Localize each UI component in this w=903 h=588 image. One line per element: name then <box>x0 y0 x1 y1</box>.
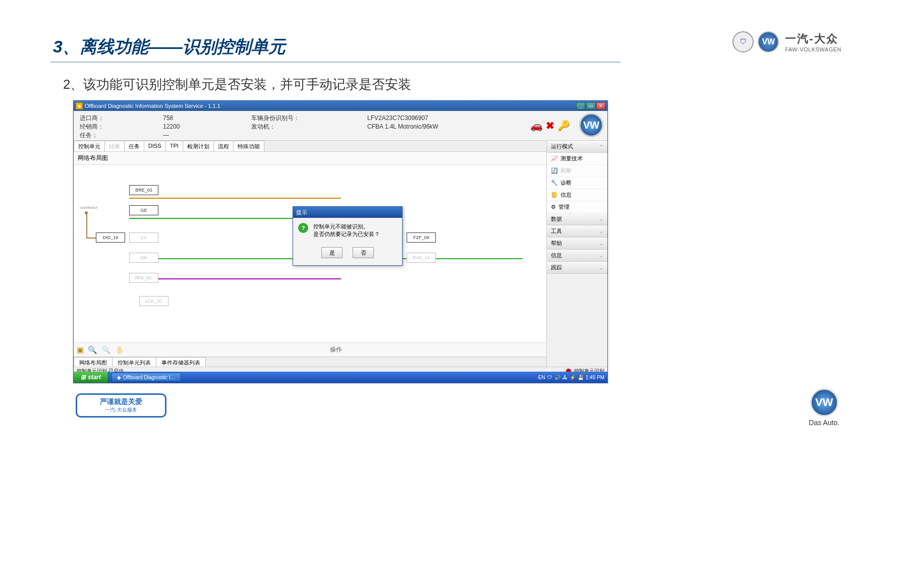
zoom-in-icon[interactable]: 🔍 <box>88 345 97 355</box>
tab-tpi[interactable]: TPI <box>165 141 183 151</box>
fit-icon[interactable]: ▣ <box>77 345 84 355</box>
operation-label: 操作 <box>330 345 342 354</box>
lang-indicator[interactable]: EN <box>538 375 545 380</box>
titlebar[interactable]: ◆ Offboard Diagnostic Information System… <box>74 101 607 111</box>
sidebar-section-label: 帮助 <box>551 240 562 247</box>
sidebar-mode-header[interactable]: 运行模式 ⌃ <box>547 141 607 153</box>
engine-label: 发动机： <box>251 123 355 131</box>
vw-footer-logo: VW Das Auto. <box>809 388 839 427</box>
ecu-LV[interactable]: LV <box>129 232 158 243</box>
tab-event-list[interactable]: 事件存储器列表 <box>156 357 206 368</box>
sidebar-item-icon: 📒 <box>551 192 558 198</box>
sidebar-item-icon: 📈 <box>551 155 558 162</box>
sidebar-item-label: 刷新 <box>560 167 572 174</box>
connector-label: connector <box>80 205 97 210</box>
vin-label: 车辆身份识别号： <box>251 114 355 123</box>
zoom-out-icon[interactable]: 🔍 <box>101 345 111 355</box>
ecu-DID_19[interactable]: DID_19 <box>96 232 125 243</box>
tray-icon[interactable]: 🖧 <box>562 375 568 380</box>
brand-cn: 一汽-大众 <box>785 31 841 46</box>
tray-icon[interactable]: ⚡ <box>570 375 576 380</box>
ecu-GE[interactable]: GE <box>129 205 158 215</box>
bus-orange <box>129 198 341 199</box>
tab-result[interactable]: 结果 <box>104 141 125 151</box>
importer-label: 进口商： <box>80 114 151 123</box>
bottom-tabs: 网络布局图 控制单元列表 事件存储器列表 <box>74 357 546 368</box>
tab-test-plan[interactable]: 检测计划 <box>183 141 214 151</box>
dialog-line2: 是否仍然要记录为已安装？ <box>313 230 380 238</box>
tab-task[interactable]: 任务 <box>124 141 144 151</box>
tray-icon[interactable]: 🔊 <box>554 375 560 380</box>
ecu-LCK_1C[interactable]: LCK_1C <box>139 296 168 306</box>
question-icon: ? <box>298 223 308 233</box>
ecu-RAD_14[interactable]: RAD_14 <box>407 253 436 263</box>
hand-icon[interactable]: ✋ <box>115 345 125 355</box>
title-rule <box>50 62 620 63</box>
app-task-icon: ◆ <box>117 375 121 380</box>
sidebar-section-工具[interactable]: 工具⌄ <box>547 225 607 238</box>
sidebar-section-label: 信息 <box>551 252 562 259</box>
taskbar-app[interactable]: ◆ Offboard Diagnostic I… <box>111 373 181 382</box>
tray-icon[interactable]: 🛡 <box>547 375 552 380</box>
sidebar-section-数据[interactable]: 数据⌄ <box>547 213 607 225</box>
ecu-RFK_6C[interactable]: RFK_6C <box>129 273 158 283</box>
chevron-down-icon: ⌄ <box>599 265 603 270</box>
chevron-down-icon: ⌄ <box>599 241 603 246</box>
sidebar-item-icon: 🔄 <box>551 167 558 174</box>
dialog-message: 控制单元不能被识别。 是否仍然要记录为已安装？ <box>313 223 380 238</box>
taskbar-app-label: Offboard Diagnostic I… <box>123 375 176 380</box>
tab-special[interactable]: 特殊功能 <box>233 141 264 151</box>
mode-header-label: 运行模式 <box>551 143 573 150</box>
sidebar-item-测量技术[interactable]: 📈测量技术 <box>547 153 607 165</box>
minimize-button[interactable]: _ <box>576 102 585 109</box>
task-value: — <box>163 131 239 140</box>
start-label: start <box>88 374 101 381</box>
top-tabs: 控制单元 结果 任务 DISS TPI 检测计划 流程 特殊功能 <box>74 141 546 152</box>
slide-title: 3、离线功能——识别控制单元 <box>53 35 286 58</box>
dealer-value: 12200 <box>163 123 239 131</box>
das-auto-label: Das Auto. <box>809 419 839 427</box>
maximize-button[interactable]: ▭ <box>586 102 595 109</box>
brand-en: FAW-VOLKSWAGEN <box>785 46 841 52</box>
sidebar-section-帮助[interactable]: 帮助⌄ <box>547 238 607 250</box>
slide-subtitle: 2、该功能可识别控制单元是否安装，并可手动记录是否安装 <box>63 76 411 93</box>
tray-time: 1:45 PM <box>586 375 604 380</box>
confirm-dialog: 提示 ? 控制单元不能被识别。 是否仍然要记录为已安装？ 是 否 <box>293 206 403 266</box>
wire <box>86 213 87 238</box>
dialog-title[interactable]: 提示 <box>293 207 402 218</box>
ecu-SM[interactable]: SM <box>129 253 158 263</box>
ecu-BRE_03[interactable]: BRE_03 <box>129 185 158 195</box>
tab-network-layout[interactable]: 网络布局图 <box>74 357 112 368</box>
panel-title: 网络布局图 <box>74 152 546 165</box>
tab-control-unit[interactable]: 控制单元 <box>74 141 105 151</box>
chevron-down-icon: ⌄ <box>599 217 603 222</box>
system-tray[interactable]: EN 🛡 🔊 🖧 ⚡ 💾 1:45 PM <box>535 375 607 380</box>
app-icon: ◆ <box>76 102 83 109</box>
badge-line1: 严谨就是关爱 <box>100 397 142 406</box>
sidebar-item-管理[interactable]: ⚙管理 <box>547 201 607 213</box>
chevron-up-icon: ⌃ <box>599 144 603 149</box>
tray-icon[interactable]: 💾 <box>578 375 584 380</box>
yes-button[interactable]: 是 <box>321 247 343 258</box>
vw-logo-icon: VW <box>758 31 779 52</box>
sidebar-item-icon: ⚙ <box>551 204 556 210</box>
chevron-down-icon: ⌄ <box>599 229 603 234</box>
close-button[interactable]: ✕ <box>596 102 605 109</box>
sidebar-item-icon: 🔧 <box>551 180 558 186</box>
ecu-FZF_09[interactable]: FZF_09 <box>407 232 436 243</box>
faw-logo-icon: ⛉ <box>732 31 754 52</box>
tab-ecu-list[interactable]: 控制单元列表 <box>112 357 156 368</box>
sidebar-item-刷新: 🔄刷新 <box>547 165 607 177</box>
tab-process[interactable]: 流程 <box>213 141 234 151</box>
sidebar-item-label: 信息 <box>560 191 572 199</box>
vin-value: LFV2A23C7C3096907 <box>367 114 479 123</box>
tab-diss[interactable]: DISS <box>144 141 166 151</box>
start-button[interactable]: ⊞ start <box>74 372 108 383</box>
sidebar-item-label: 管理 <box>558 203 570 211</box>
sidebar-section-信息[interactable]: 信息⌄ <box>547 250 607 262</box>
sidebar-section-跟踪[interactable]: 跟踪⌄ <box>547 262 607 274</box>
sidebar-item-诊断[interactable]: 🔧诊断 <box>547 177 607 189</box>
sidebar-item-label: 诊断 <box>560 179 572 187</box>
no-button[interactable]: 否 <box>353 247 374 258</box>
sidebar-item-信息[interactable]: 📒信息 <box>547 189 607 201</box>
